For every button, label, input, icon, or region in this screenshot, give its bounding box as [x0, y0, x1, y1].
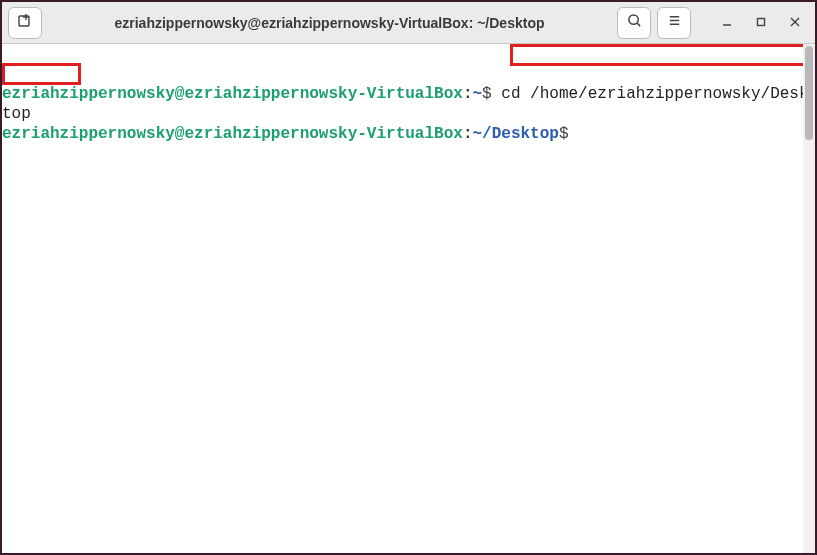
menu-icon	[667, 13, 682, 32]
svg-rect-9	[758, 18, 765, 25]
titlebar: ezriahzippernowsky@ezriahzippernowsky-Vi…	[2, 2, 815, 44]
prompt-user-host: ezriahzippernowsky@ezriahzippernowsky-Vi…	[2, 125, 463, 143]
close-icon	[789, 15, 801, 31]
close-button[interactable]	[781, 9, 809, 37]
minimize-button[interactable]	[713, 9, 741, 37]
annotation-highlight	[510, 44, 809, 66]
terminal-view[interactable]: ezriahzippernowsky@ezriahzippernowsky-Vi…	[2, 44, 815, 553]
scrollbar-thumb[interactable]	[805, 46, 813, 140]
annotation-highlight	[2, 63, 81, 85]
prompt-path: ~	[472, 85, 482, 103]
prompt-dollar: $	[482, 85, 492, 103]
maximize-icon	[755, 15, 767, 31]
menu-button[interactable]	[657, 7, 691, 39]
prompt-path: ~/Desktop	[472, 125, 558, 143]
maximize-button[interactable]	[747, 9, 775, 37]
search-icon	[627, 13, 642, 32]
new-tab-button[interactable]	[8, 7, 42, 39]
svg-point-3	[628, 15, 637, 24]
minimize-icon	[721, 15, 733, 31]
search-button[interactable]	[617, 7, 651, 39]
window-title: ezriahzippernowsky@ezriahzippernowsky-Vi…	[48, 15, 611, 31]
new-tab-icon	[17, 13, 33, 33]
prompt-dollar: $	[559, 125, 569, 143]
svg-line-4	[637, 23, 640, 26]
prompt-user-host: ezriahzippernowsky@ezriahzippernowsky-Vi…	[2, 85, 463, 103]
scrollbar-track[interactable]	[803, 44, 815, 553]
terminal-content: ezriahzippernowsky@ezriahzippernowsky-Vi…	[2, 84, 815, 144]
